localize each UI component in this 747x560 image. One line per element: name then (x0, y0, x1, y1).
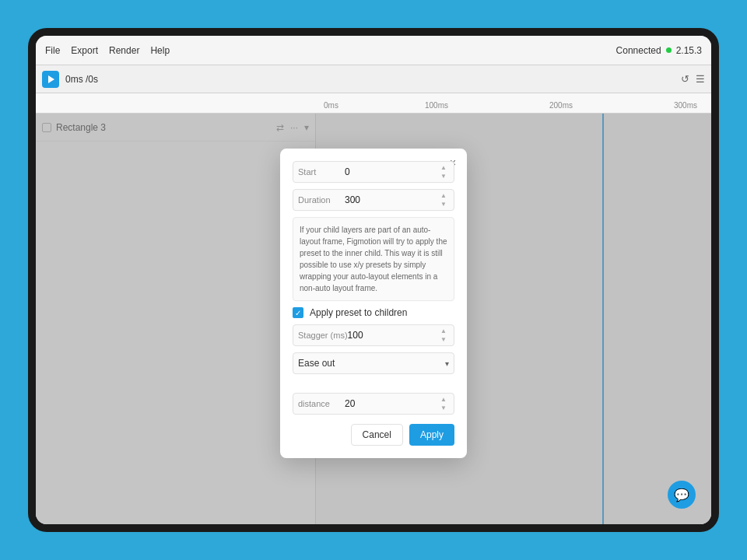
distance-field-group: distance 20 ▲ ▼ (293, 393, 454, 415)
duration-decrement[interactable]: ▼ (438, 201, 449, 208)
timeline-ruler: 0ms 100ms 200ms 300ms (36, 93, 711, 114)
start-increment[interactable]: ▲ (438, 164, 449, 172)
distance-spinners: ▲ ▼ (438, 396, 449, 412)
menu-export[interactable]: Export (71, 45, 98, 56)
menu-help[interactable]: Help (150, 45, 170, 56)
stagger-increment[interactable]: ▲ (438, 327, 449, 335)
stagger-spinners: ▲ ▼ (438, 327, 449, 344)
duration-field-row: Duration 300 ▲ ▼ (293, 189, 454, 211)
chat-icon: 💬 (674, 488, 689, 502)
apply-children-label: Apply preset to children (310, 307, 407, 318)
ruler-0ms: 0ms (324, 101, 338, 110)
time-display: 0ms /0s (65, 74, 98, 85)
info-text: If your child layers are part of an auto… (300, 224, 447, 294)
info-box: If your child layers are part of an auto… (293, 217, 454, 301)
timeline-controls-bar: 0ms /0s ↺ ☰ (36, 65, 711, 93)
stagger-field-row: Stagger (ms) 100 ▲ ▼ (293, 324, 454, 346)
menu-file[interactable]: File (45, 45, 60, 56)
start-label: Start (298, 167, 345, 177)
chat-button[interactable]: 💬 (668, 481, 696, 509)
version-label: 2.15.3 (676, 45, 702, 56)
duration-field-group: Duration 300 ▲ ▼ (293, 189, 454, 211)
distance-decrement[interactable]: ▼ (438, 404, 449, 412)
content-area: Rectangle 3 ⇄ ··· ▾ × (36, 114, 711, 524)
stagger-label: Stagger (ms) (298, 331, 348, 340)
ruler-200ms: 200ms (549, 101, 573, 110)
tablet-frame: File Export Render Help Connected 2.15.3… (28, 28, 719, 532)
stagger-value[interactable]: 100 (348, 330, 438, 341)
stagger-field-group: Stagger (ms) 100 ▲ ▼ (293, 324, 454, 346)
chevron-down-icon: ▾ (445, 359, 449, 368)
play-icon (48, 75, 54, 83)
menu-render[interactable]: Render (109, 45, 139, 56)
timeline-right-controls: ↺ ☰ (681, 73, 705, 85)
start-field-row: Start 0 ▲ ▼ (293, 161, 454, 183)
start-value[interactable]: 0 (345, 166, 438, 177)
distance-field-row: distance 20 ▲ ▼ (293, 393, 454, 415)
menu-bar: File Export Render Help (45, 45, 170, 56)
cancel-button[interactable]: Cancel (351, 424, 403, 446)
easing-select[interactable]: Ease out ▾ (293, 352, 454, 374)
distance-value[interactable]: 20 (345, 398, 438, 409)
ruler-100ms: 100ms (425, 101, 448, 110)
ruler-300ms: 300ms (674, 101, 697, 110)
checkmark-icon: ✓ (295, 309, 301, 317)
spacer (293, 380, 454, 393)
reset-icon[interactable]: ↺ (681, 73, 689, 85)
modal-footer: Cancel Apply (293, 424, 454, 446)
app-header: File Export Render Help Connected 2.15.3 (36, 36, 711, 65)
start-spinners: ▲ ▼ (438, 164, 449, 180)
apply-children-checkbox[interactable]: ✓ (293, 307, 303, 318)
duration-label: Duration (298, 195, 345, 205)
list-icon[interactable]: ☰ (696, 73, 705, 85)
apply-button[interactable]: Apply (409, 424, 454, 446)
connected-dot (666, 47, 672, 53)
distance-label: distance (298, 399, 345, 408)
modal-dialog: × Start 0 ▲ ▼ Duratio (280, 149, 467, 458)
start-decrement[interactable]: ▼ (438, 173, 449, 180)
connection-info: Connected 2.15.3 (616, 45, 702, 56)
apply-children-row: ✓ Apply preset to children (293, 307, 454, 318)
duration-increment[interactable]: ▲ (438, 192, 449, 200)
connection-label: Connected (616, 45, 661, 56)
duration-value[interactable]: 300 (345, 194, 438, 205)
play-button[interactable] (42, 71, 59, 88)
tablet-screen: File Export Render Help Connected 2.15.3… (36, 36, 711, 524)
duration-spinners: ▲ ▼ (438, 192, 449, 208)
stagger-decrement[interactable]: ▼ (438, 336, 449, 344)
easing-value: Ease out (298, 358, 445, 369)
distance-increment[interactable]: ▲ (438, 396, 449, 404)
start-field-group: Start 0 ▲ ▼ (293, 161, 454, 183)
